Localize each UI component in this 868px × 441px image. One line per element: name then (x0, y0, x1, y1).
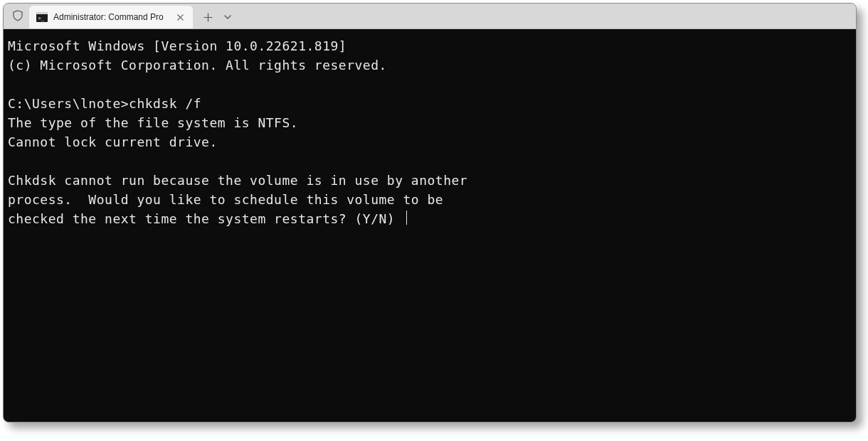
uac-shield-icon (12, 10, 23, 21)
copyright-line: (c) Microsoft Corporation. All rights re… (8, 58, 387, 73)
new-tab-button[interactable] (197, 6, 218, 28)
tab-close-button[interactable] (174, 11, 186, 23)
command-input: chkdsk /f (129, 96, 201, 111)
output-prompt-line: checked the next time the system restart… (8, 211, 403, 226)
tab-dropdown-button[interactable] (218, 6, 237, 28)
svg-rect-1 (36, 12, 48, 14)
titlebar: >_ Administrator: Command Pro (4, 4, 856, 29)
text-cursor (406, 211, 408, 225)
version-line: Microsoft Windows [Version 10.0.22621.81… (8, 38, 346, 53)
prompt: C:\Users\lnote> (8, 96, 129, 111)
svg-text:>_: >_ (38, 16, 45, 21)
cmd-icon: >_ (36, 11, 48, 23)
output-line: Cannot lock current drive. (8, 134, 218, 149)
terminal-window: >_ Administrator: Command Pro Microsoft … (3, 3, 857, 423)
output-line: Chkdsk cannot run because the volume is … (8, 173, 467, 188)
output-line: process. Would you like to schedule this… (8, 192, 443, 207)
active-tab[interactable]: >_ Administrator: Command Pro (29, 6, 193, 28)
tab-title: Administrator: Command Pro (53, 12, 169, 22)
output-line: The type of the file system is NTFS. (8, 115, 298, 130)
terminal-output[interactable]: Microsoft Windows [Version 10.0.22621.81… (4, 29, 856, 422)
